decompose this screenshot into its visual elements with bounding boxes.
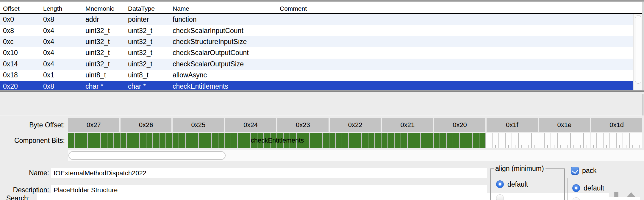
bit-cell-filled[interactable] (264, 133, 270, 148)
bit-cell-empty[interactable] (525, 133, 531, 148)
column-header-datatype[interactable]: DataType (125, 5, 170, 12)
bit-cell-filled[interactable] (179, 133, 185, 148)
bit-cell-filled[interactable] (88, 133, 94, 148)
bit-cell-filled[interactable] (107, 133, 113, 148)
bit-cell-empty[interactable] (604, 133, 609, 148)
bit-cell-filled[interactable] (133, 133, 139, 148)
bit-cell-filled[interactable] (414, 133, 420, 148)
bits-horizontal-scrollbar[interactable] (68, 150, 644, 161)
bit-cell-filled[interactable] (401, 133, 407, 148)
align-radio-custom[interactable] (496, 194, 504, 200)
pack-radio-default[interactable] (572, 184, 580, 192)
bit-cell-filled[interactable] (316, 133, 322, 148)
bit-cell-filled[interactable] (68, 133, 74, 148)
table-row-0x14[interactable]: 0x140x4uint32_tuint32_tcheckScalarOutput… (0, 59, 633, 70)
bit-cell-empty[interactable] (519, 133, 525, 148)
bit-cell-filled[interactable] (284, 133, 290, 148)
bit-cell-filled[interactable] (257, 133, 263, 148)
bit-cell-empty[interactable] (577, 133, 583, 148)
bit-cell-filled[interactable] (173, 133, 179, 148)
bit-cell-filled[interactable] (199, 133, 205, 148)
bit-cell-filled[interactable] (323, 133, 329, 148)
table-row-0x0[interactable]: 0x00x8addrpointerfunction (0, 14, 633, 25)
bit-cell-empty[interactable] (558, 133, 564, 148)
bit-cell-empty[interactable] (564, 133, 570, 148)
bit-cell-filled[interactable] (349, 133, 355, 148)
bit-cell-filled[interactable] (153, 133, 159, 148)
bit-cell-filled[interactable] (238, 133, 244, 148)
bit-cell-empty[interactable] (493, 133, 498, 148)
bit-cell-filled[interactable] (473, 133, 479, 148)
bit-cell-filled[interactable] (408, 133, 414, 148)
bit-cell-empty[interactable] (623, 133, 629, 148)
bit-cell-filled[interactable] (375, 133, 381, 148)
bit-cell-filled[interactable] (140, 133, 146, 148)
bit-cell-empty[interactable] (571, 133, 577, 148)
top-splitter-handle[interactable] (0, 0, 644, 2)
bit-cell-filled[interactable] (277, 133, 283, 148)
vertical-scrollbar-thumb[interactable] (635, 15, 641, 84)
bit-cell-empty[interactable] (506, 133, 512, 148)
bit-cell-filled[interactable] (382, 133, 387, 148)
bit-cell-empty[interactable] (486, 133, 492, 148)
column-header-mnemonic[interactable]: Mnemonic (82, 5, 125, 12)
table-row-0x10[interactable]: 0x100x4uint32_tuint32_tcheckScalarOutput… (0, 47, 633, 58)
pack-checkbox[interactable] (571, 167, 579, 175)
bit-cell-filled[interactable] (434, 133, 440, 148)
bit-cell-empty[interactable] (545, 133, 551, 148)
bit-cell-filled[interactable] (225, 133, 231, 148)
bit-cell-filled[interactable] (466, 133, 472, 148)
bit-cell-filled[interactable] (427, 133, 433, 148)
bit-cell-filled[interactable] (421, 133, 427, 148)
bit-cell-filled[interactable] (368, 133, 374, 148)
middle-splitter-handle[interactable] (0, 90, 644, 94)
bit-cell-filled[interactable] (355, 133, 361, 148)
bit-cell-filled[interactable] (186, 133, 192, 148)
bit-cell-filled[interactable] (329, 133, 335, 148)
table-row-0xc[interactable]: 0xc0x4uint32_tuint32_tcheckStructureInpu… (0, 36, 633, 47)
bit-cell-filled[interactable] (303, 133, 309, 148)
bit-cell-filled[interactable] (297, 133, 303, 148)
bit-cell-filled[interactable] (362, 133, 368, 148)
bit-cell-filled[interactable] (81, 133, 87, 148)
bit-cell-filled[interactable] (244, 133, 250, 148)
bit-cell-empty[interactable] (630, 133, 636, 148)
column-header-comment[interactable]: Comment (277, 5, 642, 12)
table-vertical-scrollbar[interactable] (633, 14, 643, 92)
bit-cell-filled[interactable] (231, 133, 237, 148)
bit-cell-filled[interactable] (94, 133, 100, 148)
bit-cell-filled[interactable] (460, 133, 466, 148)
bit-cell-filled[interactable] (121, 133, 126, 148)
bit-cell-filled[interactable] (251, 133, 257, 148)
bit-cell-filled[interactable] (310, 133, 316, 148)
bit-cell-empty[interactable] (617, 133, 623, 148)
column-header-name[interactable]: Name (170, 5, 277, 12)
name-field[interactable] (51, 168, 487, 178)
bit-cell-empty[interactable] (551, 133, 557, 148)
bit-cell-filled[interactable] (271, 133, 276, 148)
bit-cell-empty[interactable] (499, 133, 505, 148)
bit-cell-filled[interactable] (218, 133, 224, 148)
column-header-length[interactable]: Length (40, 5, 82, 12)
bit-cell-filled[interactable] (212, 133, 218, 148)
bit-cell-empty[interactable] (512, 133, 518, 148)
bit-cell-empty[interactable] (538, 133, 544, 148)
bit-cell-filled[interactable] (342, 133, 348, 148)
bit-cell-filled[interactable] (479, 133, 485, 148)
bit-cell-empty[interactable] (610, 133, 616, 148)
bit-cell-filled[interactable] (101, 133, 107, 148)
bit-cell-filled[interactable] (75, 133, 81, 148)
bit-cell-empty[interactable] (532, 133, 538, 148)
align-value-field[interactable] (508, 193, 563, 200)
bit-cell-empty[interactable] (590, 133, 596, 148)
bit-cell-empty[interactable] (597, 133, 603, 148)
bit-cell-filled[interactable] (395, 133, 401, 148)
bit-cell-filled[interactable] (127, 133, 133, 148)
description-field[interactable] (51, 185, 487, 195)
bit-cell-filled[interactable] (290, 133, 296, 148)
column-header-offset[interactable]: Offset (0, 5, 40, 12)
table-row-0x18[interactable]: 0x180x1uint8_tuint8_tallowAsync (0, 70, 633, 81)
bit-cell-filled[interactable] (447, 133, 453, 148)
bit-cell-filled[interactable] (336, 133, 342, 148)
bit-cell-filled[interactable] (440, 133, 446, 148)
